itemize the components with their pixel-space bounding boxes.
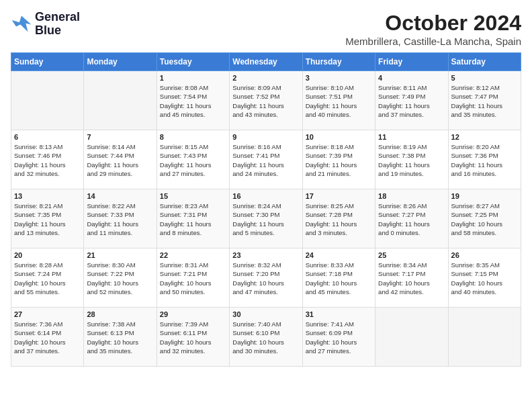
day-info: Sunrise: 8:13 AM Sunset: 7:46 PM Dayligh…: [14, 142, 81, 178]
day-info: Sunrise: 8:28 AM Sunset: 7:24 PM Dayligh…: [14, 261, 81, 296]
day-info: Sunrise: 8:10 AM Sunset: 7:51 PM Dayligh…: [306, 83, 372, 119]
day-info: Sunrise: 8:33 AM Sunset: 7:18 PM Dayligh…: [306, 261, 372, 296]
day-info: Sunrise: 8:14 AM Sunset: 7:44 PM Dayligh…: [87, 142, 153, 178]
day-number: 4: [378, 74, 445, 82]
day-number: 18: [378, 192, 445, 200]
calendar-cell: 8Sunrise: 8:15 AM Sunset: 7:43 PM Daylig…: [157, 130, 229, 189]
day-number: 26: [451, 251, 518, 259]
calendar-header: SundayMondayTuesdayWednesdayThursdayFrid…: [11, 53, 521, 71]
logo-text: General Blue: [35, 11, 80, 38]
weekday-row: SundayMondayTuesdayWednesdayThursdayFrid…: [11, 53, 521, 71]
day-number: 6: [14, 133, 81, 141]
day-number: 25: [378, 251, 445, 259]
day-number: 2: [232, 74, 299, 82]
day-info: Sunrise: 8:12 AM Sunset: 7:47 PM Dayligh…: [451, 83, 518, 119]
day-info: Sunrise: 8:16 AM Sunset: 7:41 PM Dayligh…: [232, 142, 299, 178]
calendar-body: 1Sunrise: 8:08 AM Sunset: 7:54 PM Daylig…: [11, 71, 521, 367]
day-info: Sunrise: 8:27 AM Sunset: 7:25 PM Dayligh…: [451, 201, 518, 237]
calendar-cell: 21Sunrise: 8:30 AM Sunset: 7:22 PM Dayli…: [84, 248, 157, 308]
day-number: 28: [87, 310, 153, 318]
calendar-cell: 11Sunrise: 8:19 AM Sunset: 7:38 PM Dayli…: [375, 130, 448, 189]
day-info: Sunrise: 8:23 AM Sunset: 7:31 PM Dayligh…: [160, 201, 226, 237]
calendar-week-row: 6Sunrise: 8:13 AM Sunset: 7:46 PM Daylig…: [11, 130, 521, 189]
calendar-cell: 19Sunrise: 8:27 AM Sunset: 7:25 PM Dayli…: [448, 189, 521, 248]
day-number: 8: [160, 133, 226, 141]
day-number: 21: [87, 251, 153, 259]
calendar-cell: 27Sunrise: 7:36 AM Sunset: 6:14 PM Dayli…: [11, 308, 84, 367]
location: Membrillera, Castille-La Mancha, Spain: [345, 36, 521, 47]
calendar-cell: 1Sunrise: 8:08 AM Sunset: 7:54 PM Daylig…: [157, 71, 229, 130]
calendar-cell: 13Sunrise: 8:21 AM Sunset: 7:35 PM Dayli…: [11, 189, 84, 248]
day-number: 10: [306, 133, 372, 141]
day-info: Sunrise: 8:15 AM Sunset: 7:43 PM Dayligh…: [160, 142, 226, 178]
calendar-cell: 30Sunrise: 7:40 AM Sunset: 6:10 PM Dayli…: [230, 308, 302, 367]
calendar-cell: 15Sunrise: 8:23 AM Sunset: 7:31 PM Dayli…: [157, 189, 229, 248]
calendar-cell: 28Sunrise: 7:38 AM Sunset: 6:13 PM Dayli…: [84, 308, 157, 367]
day-info: Sunrise: 7:36 AM Sunset: 6:14 PM Dayligh…: [14, 320, 81, 355]
calendar-table: SundayMondayTuesdayWednesdayThursdayFrid…: [11, 52, 521, 367]
day-info: Sunrise: 8:26 AM Sunset: 7:27 PM Dayligh…: [378, 201, 445, 237]
calendar-cell: 14Sunrise: 8:22 AM Sunset: 7:33 PM Dayli…: [84, 189, 157, 248]
day-number: 16: [232, 192, 299, 200]
calendar-cell: 29Sunrise: 7:39 AM Sunset: 6:11 PM Dayli…: [157, 308, 229, 367]
calendar-cell: 7Sunrise: 8:14 AM Sunset: 7:44 PM Daylig…: [84, 130, 157, 189]
calendar-cell: 16Sunrise: 8:24 AM Sunset: 7:30 PM Dayli…: [230, 189, 302, 248]
day-number: 1: [160, 74, 226, 82]
day-number: 5: [451, 74, 518, 82]
day-info: Sunrise: 7:39 AM Sunset: 6:11 PM Dayligh…: [160, 320, 226, 355]
day-number: 24: [306, 251, 372, 259]
calendar-cell: 25Sunrise: 8:34 AM Sunset: 7:17 PM Dayli…: [375, 248, 448, 308]
day-info: Sunrise: 8:34 AM Sunset: 7:17 PM Dayligh…: [378, 261, 445, 296]
day-number: 7: [87, 133, 153, 141]
calendar-week-row: 27Sunrise: 7:36 AM Sunset: 6:14 PM Dayli…: [11, 308, 521, 367]
calendar-cell: 5Sunrise: 8:12 AM Sunset: 7:47 PM Daylig…: [448, 71, 521, 130]
calendar-cell: 6Sunrise: 8:13 AM Sunset: 7:46 PM Daylig…: [11, 130, 84, 189]
day-number: 3: [306, 74, 372, 82]
day-info: Sunrise: 8:22 AM Sunset: 7:33 PM Dayligh…: [87, 201, 153, 237]
day-number: 20: [14, 251, 81, 259]
day-number: 22: [160, 251, 226, 259]
day-info: Sunrise: 7:40 AM Sunset: 6:10 PM Dayligh…: [232, 320, 299, 355]
title-block: October 2024 Membrillera, Castille-La Ma…: [345, 11, 521, 47]
calendar-cell: 20Sunrise: 8:28 AM Sunset: 7:24 PM Dayli…: [11, 248, 84, 308]
weekday-header: Monday: [84, 53, 157, 71]
day-number: 29: [160, 310, 226, 318]
calendar-cell: 17Sunrise: 8:25 AM Sunset: 7:28 PM Dayli…: [302, 189, 375, 248]
calendar-cell: 2Sunrise: 8:09 AM Sunset: 7:52 PM Daylig…: [230, 71, 302, 130]
day-info: Sunrise: 8:30 AM Sunset: 7:22 PM Dayligh…: [87, 261, 153, 296]
day-number: 14: [87, 192, 153, 200]
calendar-week-row: 13Sunrise: 8:21 AM Sunset: 7:35 PM Dayli…: [11, 189, 521, 248]
day-info: Sunrise: 8:35 AM Sunset: 7:15 PM Dayligh…: [451, 261, 518, 296]
weekday-header: Thursday: [302, 53, 375, 71]
day-info: Sunrise: 8:25 AM Sunset: 7:28 PM Dayligh…: [306, 201, 372, 237]
weekday-header: Friday: [375, 53, 448, 71]
calendar-cell: 10Sunrise: 8:18 AM Sunset: 7:39 PM Dayli…: [302, 130, 375, 189]
calendar-cell: 18Sunrise: 8:26 AM Sunset: 7:27 PM Dayli…: [375, 189, 448, 248]
calendar-cell: 31Sunrise: 7:41 AM Sunset: 6:09 PM Dayli…: [302, 308, 375, 367]
logo: General Blue: [11, 11, 80, 38]
day-number: 13: [14, 192, 81, 200]
day-info: Sunrise: 8:11 AM Sunset: 7:49 PM Dayligh…: [378, 83, 445, 119]
day-number: 15: [160, 192, 226, 200]
day-number: 31: [306, 310, 372, 318]
weekday-header: Tuesday: [157, 53, 229, 71]
calendar-cell: [375, 308, 448, 367]
weekday-header: Wednesday: [230, 53, 302, 71]
day-info: Sunrise: 8:09 AM Sunset: 7:52 PM Dayligh…: [232, 83, 299, 119]
day-info: Sunrise: 8:21 AM Sunset: 7:35 PM Dayligh…: [14, 201, 81, 237]
calendar-cell: 12Sunrise: 8:20 AM Sunset: 7:36 PM Dayli…: [448, 130, 521, 189]
day-number: 9: [232, 133, 299, 141]
day-info: Sunrise: 8:20 AM Sunset: 7:36 PM Dayligh…: [451, 142, 518, 178]
calendar-cell: 22Sunrise: 8:31 AM Sunset: 7:21 PM Dayli…: [157, 248, 229, 308]
page-header: General Blue October 2024 Membrillera, C…: [11, 11, 521, 47]
logo-icon: [11, 15, 32, 34]
day-info: Sunrise: 8:08 AM Sunset: 7:54 PM Dayligh…: [160, 83, 226, 119]
day-number: 11: [378, 133, 445, 141]
day-info: Sunrise: 8:18 AM Sunset: 7:39 PM Dayligh…: [306, 142, 372, 178]
calendar-cell: 3Sunrise: 8:10 AM Sunset: 7:51 PM Daylig…: [302, 71, 375, 130]
calendar-week-row: 20Sunrise: 8:28 AM Sunset: 7:24 PM Dayli…: [11, 248, 521, 308]
day-number: 12: [451, 133, 518, 141]
calendar-cell: [84, 71, 157, 130]
calendar-week-row: 1Sunrise: 8:08 AM Sunset: 7:54 PM Daylig…: [11, 71, 521, 130]
weekday-header: Saturday: [448, 53, 521, 71]
